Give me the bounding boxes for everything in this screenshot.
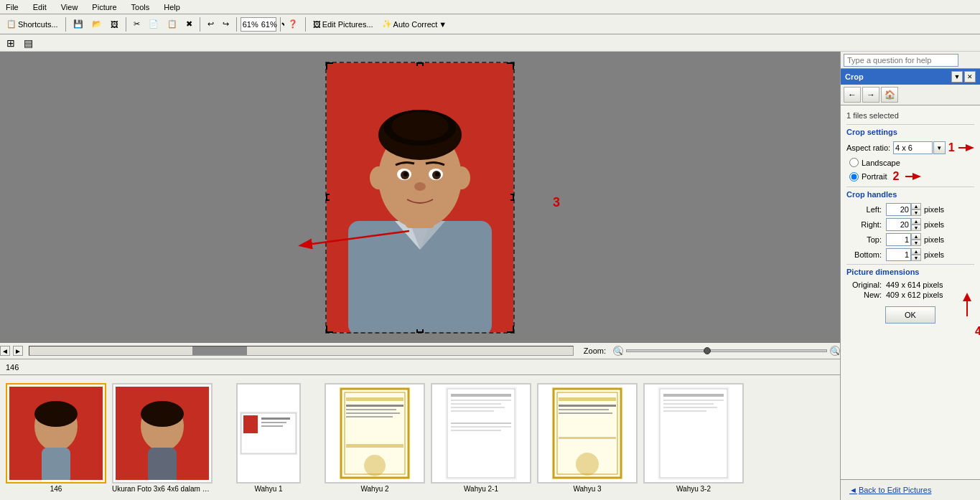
left-handle-label: Left: bbox=[846, 205, 886, 214]
thumbnail-strip: 146 Ukuran Foto 3x6 4x6 dalam pixel bbox=[0, 374, 840, 500]
shortcuts-button[interactable]: 📋 Shortcuts... bbox=[3, 17, 62, 31]
svg-rect-41 bbox=[346, 412, 400, 414]
svg-rect-47 bbox=[451, 394, 511, 397]
menu-picture[interactable]: Picture bbox=[89, 1, 119, 13]
thumbnail-item-0[interactable]: 146 bbox=[6, 383, 106, 493]
crop-handle-bottom[interactable] bbox=[416, 329, 424, 333]
left-spin-up[interactable]: ▲ bbox=[911, 203, 921, 209]
cut-icon: ✂ bbox=[134, 19, 140, 29]
svg-rect-62 bbox=[559, 437, 616, 439]
top-spinbox: 1 ▲ ▼ bbox=[886, 233, 921, 246]
view-filmstrip-button[interactable]: ▤ bbox=[20, 35, 37, 51]
menu-tools[interactable]: Tools bbox=[129, 1, 153, 13]
crop-handle-left[interactable] bbox=[326, 194, 330, 201]
divider-1 bbox=[846, 124, 974, 125]
ok-section: OK 4 bbox=[846, 306, 974, 324]
help-input[interactable] bbox=[844, 54, 958, 67]
aspect-ratio-row: Aspect ratio: ▼ 1 bbox=[846, 141, 974, 155]
separator-1 bbox=[65, 17, 66, 32]
thumbnail-item-5[interactable]: Wahyu 3 bbox=[537, 383, 638, 493]
zoom-in-button[interactable]: 🔍 bbox=[830, 346, 840, 356]
svg-point-10 bbox=[370, 166, 387, 189]
toolbar: 📋 Shortcuts... 💾 📂 🖼 ✂ 📄 📋 ✖ ↩ ↪ 61% 61%… bbox=[0, 14, 980, 34]
zoom-out-button[interactable]: 🔍 bbox=[613, 346, 623, 356]
separator-5 bbox=[280, 17, 281, 32]
open-button[interactable]: 📂 bbox=[88, 17, 106, 31]
landscape-radio[interactable] bbox=[849, 158, 859, 167]
svg-rect-53 bbox=[451, 426, 511, 428]
thumb-svg-5 bbox=[551, 387, 623, 480]
thumbnail-wrap-4 bbox=[431, 383, 531, 484]
crop-handle-right[interactable] bbox=[510, 194, 514, 201]
crop-handles-title: Crop handles bbox=[846, 190, 974, 199]
panel-close-button[interactable]: ✕ bbox=[964, 71, 976, 82]
save-button[interactable]: 💾 bbox=[70, 17, 87, 31]
left-spin-down[interactable]: ▼ bbox=[911, 209, 921, 216]
thumbnail-item-4[interactable]: Wahyu 2-1 bbox=[431, 383, 531, 493]
separator-2 bbox=[126, 17, 126, 32]
bottom-spin-down[interactable]: ▼ bbox=[911, 255, 921, 261]
photo-svg bbox=[327, 63, 513, 332]
thumbnail-item-3[interactable]: Wahyu 2 bbox=[325, 383, 425, 493]
right-input[interactable]: 20 bbox=[886, 218, 911, 231]
copy-button[interactable]: 📄 bbox=[145, 17, 162, 31]
separator-4 bbox=[236, 17, 237, 32]
bottom-spinbox-btns: ▲ ▼ bbox=[911, 248, 921, 261]
back-link-area: ◄ Back to Edit Pictures bbox=[841, 479, 980, 500]
panel-nav-back-button[interactable]: ← bbox=[844, 87, 861, 103]
original-label: Original: bbox=[846, 280, 886, 289]
crop-handle-tr[interactable] bbox=[507, 62, 514, 70]
menu-file[interactable]: File bbox=[3, 1, 22, 13]
back-to-edit-link[interactable]: ◄ Back to Edit Pictures bbox=[844, 483, 977, 497]
thumbnail-item-1[interactable]: Ukuran Foto 3x6 4x6 dalam pixel bbox=[112, 383, 213, 493]
getphotos-button[interactable]: 🖼 bbox=[107, 18, 122, 31]
cut-button[interactable]: ✂ bbox=[130, 17, 144, 31]
menu-view[interactable]: View bbox=[58, 1, 81, 13]
copy-icon: 📄 bbox=[149, 19, 159, 29]
panel-dropdown-button[interactable]: ▼ bbox=[951, 71, 963, 82]
help-button[interactable]: ❓ bbox=[284, 17, 302, 31]
crop-handle-br[interactable] bbox=[507, 326, 514, 333]
thumbnail-item-6[interactable]: Wahyu 3-2 bbox=[643, 383, 744, 493]
ok-button[interactable]: OK bbox=[885, 306, 935, 324]
crop-handle-tl[interactable] bbox=[326, 62, 333, 70]
aspect-ratio-dropdown-button[interactable]: ▼ bbox=[933, 141, 946, 154]
landscape-row: Landscape bbox=[849, 158, 974, 167]
separator-6 bbox=[305, 17, 306, 32]
right-spin-down[interactable]: ▼ bbox=[911, 225, 921, 231]
bottom-spin-up[interactable]: ▲ bbox=[911, 248, 921, 255]
status-bar: 146 bbox=[0, 359, 840, 374]
view-thumbs-button[interactable]: ⊞ bbox=[3, 35, 19, 51]
top-spinbox-btns: ▲ ▼ bbox=[911, 233, 921, 246]
bottom-input[interactable]: 1 bbox=[886, 248, 911, 261]
portrait-radio[interactable] bbox=[849, 172, 859, 181]
top-input[interactable]: 1 bbox=[886, 233, 911, 246]
undo-button[interactable]: ↩ bbox=[204, 17, 218, 31]
delete-button[interactable]: ✖ bbox=[182, 17, 196, 31]
aspect-ratio-input[interactable] bbox=[893, 141, 933, 154]
panel-nav-home-button[interactable]: 🏠 bbox=[881, 87, 898, 103]
crop-handle-top[interactable] bbox=[416, 62, 424, 66]
paste-button[interactable]: 📋 bbox=[164, 17, 181, 31]
top-spin-up[interactable]: ▲ bbox=[911, 233, 921, 240]
crop-handle-bl[interactable] bbox=[326, 326, 333, 333]
left-pixels-label: pixels bbox=[924, 205, 944, 214]
scroll-right-button[interactable]: ► bbox=[13, 346, 23, 356]
edit-pictures-button[interactable]: 🖼 Edit Pictures... bbox=[309, 18, 377, 31]
menu-help[interactable]: Help bbox=[161, 1, 183, 13]
landscape-label[interactable]: Landscape bbox=[862, 159, 900, 167]
zoom-slider[interactable] bbox=[626, 349, 827, 352]
svg-rect-32 bbox=[261, 418, 290, 420]
top-spin-down[interactable]: ▼ bbox=[911, 240, 921, 246]
menu-edit[interactable]: Edit bbox=[30, 1, 50, 13]
right-spin-up[interactable]: ▲ bbox=[911, 218, 921, 225]
redo-button[interactable]: ↪ bbox=[219, 17, 233, 31]
scroll-left-button[interactable]: ◄ bbox=[0, 346, 10, 356]
portrait-label[interactable]: Portrait bbox=[862, 172, 887, 181]
arrow-2-svg bbox=[902, 169, 923, 184]
thumbnail-item-2[interactable]: Wahyu 1 bbox=[218, 383, 319, 493]
auto-correct-button[interactable]: ✨ Auto Correct ▼ bbox=[378, 17, 451, 31]
left-input[interactable]: 20 bbox=[886, 203, 911, 216]
new-dim-row: New: 409 x 612 pixels bbox=[846, 291, 974, 299]
panel-nav-forward-button[interactable]: → bbox=[862, 87, 879, 103]
